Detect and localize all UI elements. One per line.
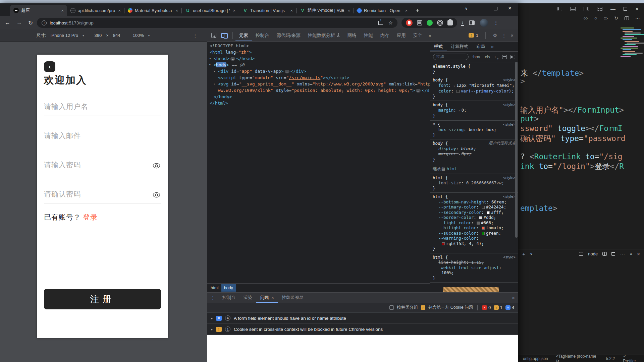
tab-close-icon[interactable]: ×: [232, 8, 236, 13]
css-declaration[interactable]: color: var(--primary-color);: [433, 88, 516, 94]
dom-tree-line[interactable]: ▸<head>…</head>: [207, 55, 430, 62]
back-button[interactable]: ←: [5, 19, 10, 26]
bookmark-star-icon[interactable]: ☆: [388, 20, 393, 26]
dom-tree-line[interactable]: <script type="module" src="/src/main.ts"…: [207, 74, 430, 81]
extension-target-icon[interactable]: [437, 20, 443, 26]
address-bar[interactable]: i localhost:5173/signup ☆: [37, 18, 397, 28]
tab-search-icon[interactable]: ∨: [465, 6, 468, 11]
css-declaration[interactable]: --success-color: green;: [433, 231, 516, 236]
issue-row[interactable]: ▸=4A form field element should have an i…: [207, 313, 518, 324]
devtools-tab[interactable]: 性能数据分析: [304, 29, 344, 41]
third-party-cookie-checkbox[interactable]: ✓: [421, 305, 425, 310]
back-button[interactable]: ‹: [44, 61, 55, 72]
css-declaration[interactable]: display: block;: [433, 146, 516, 152]
css-declaration[interactable]: --border-color: #ddd;: [433, 215, 516, 220]
browser-tab[interactable]: Remix Icon - Open×: [354, 5, 411, 16]
more-tabs-icon[interactable]: »: [426, 33, 434, 38]
profile-avatar[interactable]: [480, 19, 488, 27]
register-button[interactable]: 注册: [44, 289, 161, 309]
panel-collapse-icon[interactable]: ∧: [630, 252, 632, 256]
css-declaration[interactable]: line-height: 1.15;: [433, 260, 516, 265]
back-circle-icon[interactable]: ‹○: [584, 15, 588, 21]
side-panel-icon[interactable]: [469, 20, 475, 25]
css-declaration[interactable]: --primary-color: #242424;: [433, 204, 516, 210]
terminal-more-icon[interactable]: ⋯: [620, 251, 625, 257]
group-by-kind-checkbox[interactable]: [389, 305, 394, 310]
dom-tree-line[interactable]: ▾<body> == $0: [207, 62, 430, 68]
css-rule[interactable]: body {<style>margin: ▸0;}: [430, 101, 518, 121]
form-input-field[interactable]: 请输入邮件: [44, 116, 161, 145]
css-rule[interactable]: html {<style>line-height: 1.15;-webkit-t…: [430, 253, 518, 283]
dom-tree-line[interactable]: </html>: [207, 100, 430, 106]
drawer-tab[interactable]: 性能监视器: [278, 293, 308, 303]
settings-gear-icon[interactable]: ⚙: [493, 33, 497, 39]
browser-tab[interactable]: Material Symbols a×: [124, 5, 181, 16]
dom-tree-line[interactable]: </body>: [207, 94, 430, 100]
css-rule[interactable]: body {用户代理样式表display: block;margin: ▸8px…: [430, 139, 518, 164]
dom-tree-line[interactable]: ▸<div id="app" data-v-app>…</div>: [207, 68, 430, 74]
issues-badge-icon[interactable]: !: [469, 33, 474, 38]
devtools-menu-icon[interactable]: ⋮: [502, 33, 506, 38]
extension-icon[interactable]: [417, 20, 422, 25]
site-info-icon[interactable]: i: [42, 20, 47, 25]
devtools-tab[interactable]: 安全: [410, 29, 426, 41]
device-toolbar-toggle-icon[interactable]: [221, 33, 226, 38]
styles-scrollbar[interactable]: [515, 52, 518, 292]
css-rule[interactable]: body {<style>font: ▸12px "Microsoft YaHe…: [430, 76, 518, 101]
expand-arrow-icon[interactable]: ▸: [211, 327, 213, 331]
devtools-tab[interactable]: 网络: [344, 29, 360, 41]
devtools-tab[interactable]: 控制台: [252, 29, 273, 41]
new-tab-button[interactable]: +: [416, 7, 419, 14]
styles-tab[interactable]: 布局: [472, 42, 489, 51]
shorthand-arrow-icon[interactable]: ▸: [459, 153, 460, 156]
expand-arrow-icon[interactable]: ▸: [214, 68, 215, 74]
dom-tree-line[interactable]: <html lang="zh">: [207, 49, 430, 55]
zoom-select[interactable]: 100%: [133, 33, 144, 38]
breadcrumb-item[interactable]: html: [208, 284, 221, 292]
css-rule[interactable]: html {<style>font-size: 0.2666666667vw;}: [430, 174, 518, 193]
devtools-close-icon[interactable]: ×: [511, 33, 514, 38]
vscode-minimap[interactable]: [621, 27, 643, 58]
circle-icon[interactable]: ○: [594, 15, 597, 21]
expand-arrow-icon[interactable]: ▸: [211, 316, 213, 320]
terminal-dropdown-icon[interactable]: ∨: [530, 252, 533, 256]
tab-close-icon[interactable]: ×: [117, 8, 121, 13]
css-declaration[interactable]: --light-color: #666;: [433, 220, 516, 226]
devtools-tab[interactable]: 源代码/来源: [273, 29, 304, 41]
pseudo-state-button[interactable]: :hov: [472, 55, 480, 59]
color-swatch[interactable]: [477, 222, 480, 225]
color-swatch[interactable]: [482, 206, 485, 209]
drawer-menu-icon[interactable]: ⋮: [211, 295, 215, 300]
more-actions-icon[interactable]: ⋯: [635, 15, 640, 21]
breadcrumb-item[interactable]: body: [221, 284, 236, 292]
expand-arrow-icon[interactable]: ▸: [214, 81, 215, 87]
devtools-tab[interactable]: 内存: [377, 29, 393, 41]
expand-arrow-icon[interactable]: ▾: [209, 62, 211, 68]
form-input-field[interactable]: 请输入密码: [44, 145, 161, 174]
computed-panel-icon[interactable]: [511, 55, 515, 59]
browser-tab[interactable]: V组件 v-model | Vue.×: [297, 5, 354, 16]
statusbar-item[interactable]: <TagName prop-name />: [556, 354, 598, 362]
minimize-button[interactable]: —: [610, 6, 615, 11]
css-declaration[interactable]: font-size: 0.2666666667vw;: [433, 180, 516, 186]
adblock-extension-icon[interactable]: [406, 19, 413, 26]
css-declaration[interactable]: box-sizing: border-box;: [433, 127, 516, 132]
css-rule[interactable]: html {<style>--bottom-nav-height: 60rem;…: [430, 193, 518, 253]
color-swatch[interactable]: [487, 211, 490, 214]
maximize-button[interactable]: [494, 7, 497, 10]
css-rule[interactable]: * {<style>box-sizing: border-box;}: [430, 121, 518, 140]
issue-row[interactable]: ▸!1Cookie sent in cross-site context wil…: [207, 324, 518, 335]
statusbar-item[interactable]: ✓ Prettier: [623, 354, 639, 362]
dom-tree-line[interactable]: <!DOCTYPE html>: [207, 43, 430, 49]
eye-toggle-icon[interactable]: [153, 192, 160, 199]
dom-tree-line[interactable]: ▸<svg id="__svg_sprite__dom__" xmlns="ht…: [207, 81, 430, 87]
new-style-rule-icon[interactable]: +: [494, 54, 496, 60]
device-height-value[interactable]: 844: [113, 33, 120, 38]
browser-tab[interactable]: api.lilichao.com/pro×: [67, 5, 124, 16]
tab-close-icon[interactable]: ×: [289, 8, 293, 13]
rendering-emulation-icon[interactable]: [502, 55, 507, 59]
tab-close-icon[interactable]: ×: [404, 8, 408, 13]
statusbar-item[interactable]: onfig.app.json: [523, 356, 548, 361]
close-button[interactable]: ×: [508, 5, 512, 12]
form-input-field[interactable]: 请确认密码: [44, 174, 161, 203]
